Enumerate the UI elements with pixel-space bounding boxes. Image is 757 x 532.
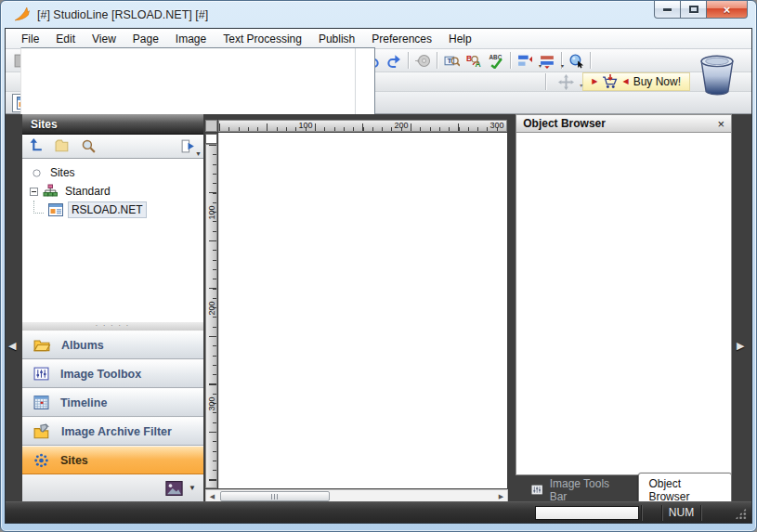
menu-edit[interactable]: Edit: [47, 29, 84, 48]
find-text-icon: T: [444, 53, 460, 69]
menu-preferences[interactable]: Preferences: [363, 29, 440, 48]
distribute-dropdown-icon[interactable]: ▾: [561, 62, 564, 69]
minimize-button[interactable]: [654, 1, 681, 19]
buy-now-arrow-left-icon: ◀: [622, 78, 628, 85]
menu-file[interactable]: File: [13, 29, 47, 48]
sidebar-item-sites[interactable]: Sites: [22, 446, 203, 474]
folder-icon: [55, 138, 71, 154]
toolbar-separator: [590, 52, 591, 69]
menu-image[interactable]: Image: [167, 29, 215, 48]
sidebar-item-label: Albums: [61, 339, 104, 352]
page-editor-icon: [48, 203, 63, 216]
object-browser-close-icon[interactable]: ×: [718, 118, 725, 130]
up-level-button[interactable]: [27, 137, 47, 156]
page-origin-marker: [205, 134, 217, 144]
tree-item-label: Standard: [62, 184, 113, 199]
menu-page[interactable]: Page: [124, 29, 167, 48]
tree-item-label: Sites: [47, 165, 78, 180]
burn-cd-button[interactable]: [411, 50, 434, 71]
menu-help[interactable]: Help: [440, 29, 480, 48]
right-collapse-strip: ▶: [732, 114, 751, 501]
vertical-ruler: 100 200 300: [205, 144, 217, 488]
sidebar-item-label: Sites: [60, 454, 88, 467]
toolbar-separator: [437, 52, 437, 69]
menu-publish[interactable]: Publish: [310, 29, 363, 48]
main-frame: File Edit View Page Image Text Processin…: [5, 28, 752, 524]
redo-icon: [386, 53, 402, 69]
align-objects-button[interactable]: ▾: [514, 50, 536, 71]
object-browser-panel: Object Browser × Image Tools Bar Object …: [516, 114, 732, 501]
new-folder-button[interactable]: [53, 137, 73, 156]
sites-root-icon: [31, 167, 43, 179]
status-progress-field: [535, 506, 639, 520]
sites-dots-icon: [33, 452, 50, 469]
app-window: [#] StudioLine [RSLOAD.NET] [#] × File E…: [0, 0, 757, 532]
work-area: ◀ Sites ▼ Sites: [6, 114, 751, 501]
distribute-objects-button[interactable]: ▾: [536, 50, 558, 71]
trash-bucket-icon[interactable]: [696, 54, 738, 97]
overflow-arrow-icon: [180, 138, 196, 154]
align-horizontal-icon: [517, 53, 533, 69]
close-button[interactable]: ×: [706, 1, 748, 19]
ruler-label: 300: [207, 394, 216, 414]
sites-sidebar: Sites ▼ Sites: [22, 114, 203, 501]
find-replace-button[interactable]: BA: [463, 50, 485, 71]
sidebar-item-image-archive-filter[interactable]: Image Archive Filter: [22, 417, 203, 446]
ruler-label: 200: [207, 298, 216, 318]
move-tool-dropdown-icon[interactable]: ▾: [580, 82, 582, 88]
collapse-left-icon[interactable]: ◀: [8, 340, 16, 352]
object-browser-list[interactable]: [516, 133, 732, 475]
sidebar-item-label: Image Archive Filter: [61, 425, 172, 438]
move-tool-button[interactable]: ▾: [555, 73, 577, 90]
title-bar[interactable]: [#] StudioLine [RSLOAD.NET] [#] ×: [1, 1, 756, 28]
ruler-label: 100: [295, 121, 316, 130]
maximize-button[interactable]: [681, 1, 706, 19]
menu-bar: File Edit View Page Image Text Processin…: [6, 29, 751, 49]
tab-label: Object Browser: [648, 477, 722, 503]
image-preview-icon[interactable]: [165, 481, 183, 496]
toolbar-separator: [510, 52, 511, 69]
image-tools-tab-icon: [530, 484, 543, 496]
sidebar-item-albums[interactable]: Albums: [22, 331, 203, 359]
sidebar-item-image-toolbox[interactable]: Image Toolbox: [22, 359, 203, 388]
menu-text-processing[interactable]: Text Processing: [215, 29, 310, 48]
tree-connector: [33, 201, 44, 214]
tree-item-rsload[interactable]: RSLOAD.NET: [22, 201, 203, 219]
sidebar-bottom-dropdown-icon[interactable]: ▼: [189, 484, 196, 492]
app-logo-icon: [14, 6, 30, 22]
scrollbar-thumb[interactable]: [220, 491, 330, 501]
svg-text:A: A: [475, 59, 480, 69]
object-browser-title: Object Browser: [523, 117, 606, 130]
expander-icon[interactable]: [30, 188, 38, 196]
select-tool-button[interactable]: [565, 50, 587, 71]
sitemap-icon: [43, 184, 58, 199]
tree-item-label-selected: RSLOAD.NET: [68, 201, 147, 218]
svg-text:B: B: [466, 53, 472, 62]
window-title: [#] StudioLine [RSLOAD.NET] [#]: [37, 8, 208, 21]
scroll-right-icon[interactable]: ▶: [495, 493, 507, 500]
redo-button[interactable]: [383, 50, 405, 71]
archive-filter-icon: [33, 423, 51, 440]
menu-view[interactable]: View: [84, 29, 124, 48]
sites-toolbar-dropdown-icon[interactable]: ▼: [195, 150, 202, 157]
align-vertical-icon: [540, 53, 555, 69]
toolbar-separator: [408, 52, 409, 69]
tree-item-sites-root[interactable]: Sites: [22, 163, 203, 182]
num-lock-indicator: NUM: [661, 505, 700, 521]
scroll-left-icon[interactable]: ◀: [206, 493, 218, 500]
cd-icon: [415, 53, 431, 69]
find-text-button[interactable]: T: [440, 50, 463, 71]
panel-resize-handle[interactable]: · · · · ·: [22, 321, 203, 331]
find-replace-icon: BA: [466, 53, 482, 69]
search-button[interactable]: [79, 137, 99, 156]
resize-grip-icon[interactable]: [735, 508, 747, 520]
tree-item-standard[interactable]: Standard: [22, 182, 203, 201]
sidebar-item-timeline[interactable]: Timeline: [22, 388, 203, 417]
spell-check-button[interactable]: ABC: [485, 50, 507, 71]
status-grip-segment: [700, 505, 749, 521]
collapse-right-icon[interactable]: ▶: [737, 340, 744, 352]
buy-now-button[interactable]: ▶ ◀ Buy Now!: [582, 72, 690, 91]
page-canvas[interactable]: [218, 133, 507, 488]
ruler-label: 100: [207, 202, 216, 223]
image-toolbox-icon: [33, 366, 50, 382]
